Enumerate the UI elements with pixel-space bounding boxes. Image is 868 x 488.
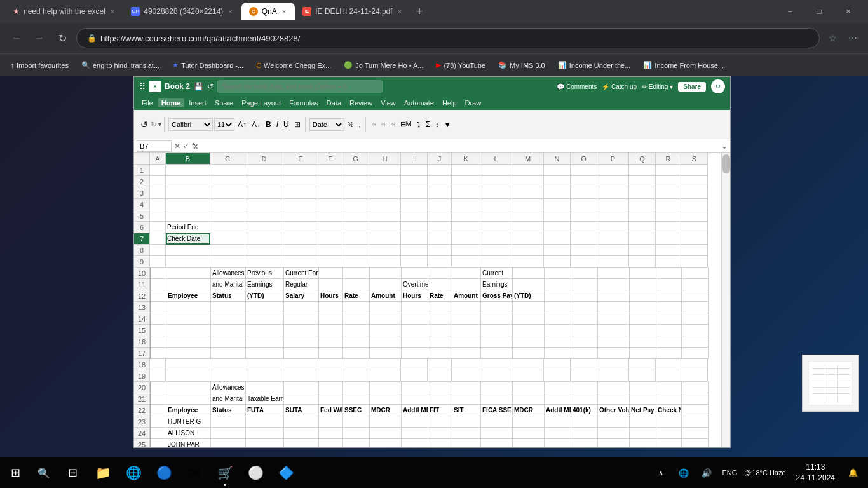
menu-insert[interactable]: Insert: [185, 98, 210, 107]
row-num-4[interactable]: 4: [134, 199, 150, 210]
cell-E20[interactable]: [284, 382, 319, 393]
cell-K18[interactable]: [452, 359, 480, 370]
cell-K9[interactable]: [452, 256, 480, 268]
cell-Q17[interactable]: [630, 348, 656, 359]
cell-M25[interactable]: [513, 439, 545, 448]
cell-I15[interactable]: [402, 325, 428, 336]
settings-icon[interactable]: ⋯: [845, 30, 860, 46]
bookmark-import-favorites[interactable]: ↑ Import favourites: [5, 58, 74, 72]
cell-A24[interactable]: [151, 428, 166, 439]
cell-L19[interactable]: [480, 370, 512, 382]
cell-B23[interactable]: HUNTER G: [166, 416, 211, 428]
cell-A23[interactable]: [151, 416, 166, 428]
tab3-close[interactable]: ×: [281, 6, 287, 17]
cell-M21[interactable]: [513, 393, 545, 405]
cell-E13[interactable]: [284, 302, 319, 313]
cell-F16[interactable]: [319, 336, 343, 348]
cell-D21[interactable]: Taxable Earnings: [246, 393, 284, 405]
cell-D13[interactable]: [246, 302, 284, 313]
cell-N18[interactable]: [544, 359, 571, 370]
excel-waffle-icon[interactable]: ⠿: [139, 81, 146, 92]
cell-O8[interactable]: [571, 245, 597, 256]
cell-S5[interactable]: [681, 210, 708, 222]
col-header-B[interactable]: B: [166, 153, 210, 165]
row-num-13[interactable]: 13: [134, 302, 150, 313]
cell-D19[interactable]: [245, 370, 283, 382]
cell-N17[interactable]: [545, 348, 571, 359]
cell-F12[interactable]: Hours: [319, 290, 343, 302]
row-num-20[interactable]: 20: [134, 382, 150, 393]
cell-J25[interactable]: [428, 439, 452, 448]
cell-F7[interactable]: [318, 233, 342, 245]
cell-N8[interactable]: [544, 245, 571, 256]
cell-H10[interactable]: [370, 268, 402, 279]
cell-A2[interactable]: [150, 176, 166, 187]
cell-Q12[interactable]: [630, 290, 656, 302]
cell-L23[interactable]: [481, 416, 513, 428]
cell-R5[interactable]: [656, 210, 681, 222]
cell-F19[interactable]: [318, 370, 342, 382]
col-header-E[interactable]: E: [283, 153, 318, 165]
number-format-select[interactable]: Date: [309, 118, 344, 131]
cell-I9[interactable]: [401, 256, 428, 268]
cell-L17[interactable]: [481, 348, 513, 359]
cell-J2[interactable]: [428, 176, 452, 187]
cell-D9[interactable]: [245, 256, 283, 268]
tab-pdf[interactable]: IE IE DELHI 24-11-24.pdf ×: [295, 3, 410, 20]
cell-Q25[interactable]: [630, 439, 656, 448]
cell-P12[interactable]: [598, 290, 630, 302]
new-tab-button[interactable]: +: [410, 3, 428, 20]
cell-F10[interactable]: [319, 268, 343, 279]
cell-O3[interactable]: [571, 187, 597, 199]
row-num-23[interactable]: 23: [134, 416, 150, 428]
cell-B4[interactable]: [166, 199, 210, 210]
notification-button[interactable]: 🔔: [843, 458, 863, 488]
cell-C15[interactable]: [211, 325, 246, 336]
cell-A5[interactable]: [150, 210, 166, 222]
cell-E25[interactable]: [284, 439, 319, 448]
cell-O16[interactable]: [571, 336, 598, 348]
cell-J20[interactable]: [428, 382, 452, 393]
cell-N15[interactable]: [545, 325, 571, 336]
cell-Q2[interactable]: [629, 176, 656, 187]
cell-G14[interactable]: [343, 313, 370, 325]
cell-I3[interactable]: [401, 187, 428, 199]
cell-M3[interactable]: [512, 187, 544, 199]
cell-H11[interactable]: [370, 279, 402, 290]
cell-I10[interactable]: [402, 268, 428, 279]
cell-F18[interactable]: [318, 359, 342, 370]
taskbar-app1[interactable]: ⚪: [240, 458, 271, 488]
cell-R11[interactable]: [656, 279, 682, 290]
cell-N3[interactable]: [544, 187, 571, 199]
cell-S10[interactable]: [682, 268, 709, 279]
quick-access-arrow[interactable]: ▾: [158, 121, 161, 128]
bookmark-jo-tum[interactable]: 🟢 Jo Tum Mere Ho • A...: [339, 58, 428, 72]
cell-Q15[interactable]: [630, 325, 656, 336]
cell-O11[interactable]: [571, 279, 598, 290]
cell-O12[interactable]: [571, 290, 598, 302]
cell-A9[interactable]: [150, 256, 166, 268]
row-num-17[interactable]: 17: [134, 348, 150, 359]
cell-I4[interactable]: [401, 199, 428, 210]
cell-G8[interactable]: [342, 245, 369, 256]
col-header-Q[interactable]: Q: [629, 153, 656, 165]
cell-N24[interactable]: [545, 428, 571, 439]
cell-I18[interactable]: [401, 359, 428, 370]
percent-button[interactable]: %: [346, 120, 356, 129]
cell-R24[interactable]: [656, 428, 682, 439]
cell-E23[interactable]: [284, 416, 319, 428]
cell-D14[interactable]: [246, 313, 284, 325]
decrease-font-button[interactable]: A↓: [250, 119, 262, 130]
bookmark-ims[interactable]: 📚 My IMS 3.0: [493, 58, 550, 72]
cell-R16[interactable]: [656, 336, 682, 348]
cell-H24[interactable]: [370, 428, 402, 439]
tab-attachment[interactable]: CH 49028828 (3420×2214) ×: [123, 3, 241, 20]
col-header-G[interactable]: G: [342, 153, 369, 165]
font-family-select[interactable]: Calibri: [168, 118, 213, 131]
cell-G1[interactable]: [342, 165, 369, 176]
cell-R10[interactable]: [656, 268, 682, 279]
cell-H13[interactable]: [370, 302, 402, 313]
cell-S20[interactable]: [682, 382, 709, 393]
cell-C8[interactable]: [210, 245, 245, 256]
cell-H5[interactable]: [369, 210, 401, 222]
